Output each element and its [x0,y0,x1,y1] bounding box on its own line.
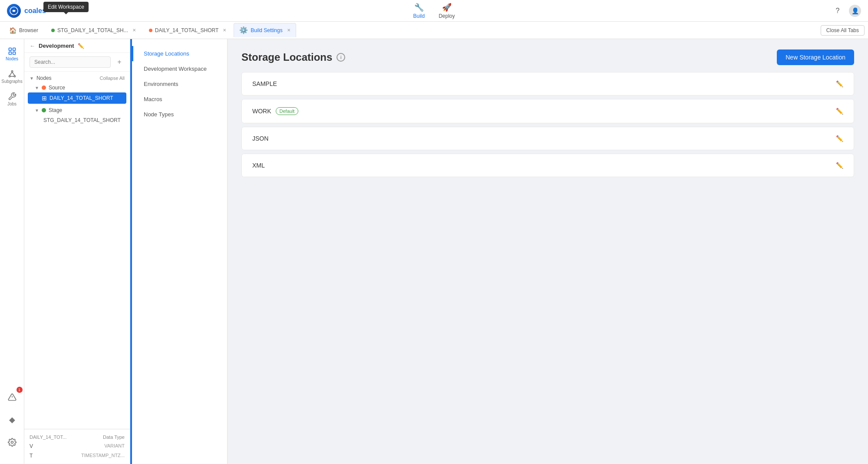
svg-point-7 [14,76,15,77]
build-panel-node-types[interactable]: Node Types [132,107,227,122]
tab-browser[interactable]: 🏠 Browser [3,24,44,37]
source-dot [42,86,46,90]
storage-item: WORK Default ✏️ [241,99,854,123]
tabs-bar: 🏠 Browser STG_DAILY_14_TOTAL_SH... ✕ DAI… [0,22,868,39]
tab-stg[interactable]: STG_DAILY_14_TOTAL_SH... ✕ [46,24,142,36]
stage-group[interactable]: ▼ Stage [24,105,130,115]
sidebar-item-subgraphs[interactable]: Subgraphs [3,67,22,86]
storage-name-text: XML [252,162,265,169]
source-group[interactable]: ▼ Source [24,83,130,92]
storage-item: JSON ✏️ [241,127,854,150]
node-panel-header: ← Development ✏️ [24,39,130,53]
tabs-list: 🏠 Browser STG_DAILY_14_TOTAL_SH... ✕ DAI… [3,23,296,37]
build-panel-storage-locations[interactable]: Storage Locations [132,46,227,61]
topbar: coales Edit Workspace 🔧 Build 🚀 Deploy ?… [0,0,868,22]
nav-deploy[interactable]: 🚀 Deploy [439,3,455,19]
nodes-caret: ▼ [30,76,34,81]
help-icon[interactable]: ? [832,5,844,17]
settings-icon: ⚙️ [239,26,248,34]
subgraphs-label: Subgraphs [1,79,22,84]
storage-item-name: XML [252,162,265,169]
build-panel-environments[interactable]: Environments [132,76,227,92]
back-arrow[interactable]: ← [30,43,35,49]
svg-point-13 [11,441,13,444]
tab-build-settings[interactable]: ⚙️ Build Settings ✕ [234,23,296,37]
sidebar-item-jobs[interactable]: Jobs [3,89,22,109]
search-input[interactable] [30,56,111,68]
svg-rect-1 [9,48,11,50]
bottom-table-header: DAILY_14_TOT... Data Type [24,433,130,441]
build-panel-macros[interactable]: Macros [132,92,227,107]
tab-stg-label: STG_DAILY_14_TOTAL_SH... [57,27,128,33]
storage-item-name: SAMPLE [252,80,277,87]
storage-name-text: SAMPLE [252,80,277,87]
nodes-group-name: Nodes [36,75,52,81]
git-button[interactable]: ◆ [3,410,22,429]
git-icon: ◆ [9,415,15,425]
add-node-button[interactable]: + [114,57,125,67]
source-caret: ▼ [35,86,39,90]
close-all-tabs-button[interactable]: Close All Tabs [821,25,865,36]
icon-sidebar-bottom: 1 ◆ [3,388,22,459]
tabs-right: Close All Tabs [821,25,865,36]
tree-item-stg-label: STG_DAILY_14_TOTAL_SHORT [43,117,121,123]
nav-build[interactable]: 🔧 Build [413,3,425,19]
new-storage-location-button[interactable]: New Storage Location [777,49,854,65]
grid-icon: ⊞ [42,95,47,102]
content-header: Storage Locations i New Storage Location [228,39,868,72]
topbar-nav: 🔧 Build 🚀 Deploy [413,3,455,19]
svg-rect-2 [13,48,15,50]
settings-button[interactable] [3,433,22,452]
nodes-label: Nodes [6,56,18,61]
tab-stg-close[interactable]: ✕ [132,28,136,33]
tab-daily[interactable]: DAILY_14_TOTAL_SHORT ✕ [143,24,232,36]
page-title: Storage Locations [241,51,332,63]
tab-daily-close[interactable]: ✕ [223,28,226,33]
build-panel-development-workspace[interactable]: Development Workspace [132,61,227,76]
logo-icon[interactable] [7,4,21,18]
storage-list: SAMPLE ✏️ WORK Default ✏️ JSON ✏️ XML ✏️ [228,72,868,177]
settings-icon [8,438,17,447]
brand-name: coales [24,7,46,15]
nav-deploy-label: Deploy [439,13,455,19]
collapse-all-button[interactable]: Collapse All [100,76,125,81]
nodes-panel-body: ▼ Nodes Collapse All ▼ Source ⊞ DAILY_14… [24,72,130,429]
edit-workspace-icon[interactable]: ✏️ [78,43,84,49]
tree-item-stg[interactable]: STG_DAILY_14_TOTAL_SHORT [24,115,130,125]
stage-caret: ▼ [35,108,39,113]
node-panel-title-area: ← Development ✏️ [30,43,84,49]
edit-storage-icon-2[interactable]: ✏️ [836,135,843,142]
tree-item-daily-label: DAILY_14_TOTAL_SHORT [50,95,113,101]
tab-daily-label: DAILY_14_TOTAL_SHORT [155,27,219,33]
topbar-right: ? 👤 [832,5,861,17]
alert-icon [8,393,17,401]
table-row-v: V VARIANT [24,441,130,451]
tab-stg-dot [51,29,55,32]
deploy-icon: 🚀 [442,3,452,12]
edit-storage-icon-1[interactable]: ✏️ [836,108,843,115]
info-icon[interactable]: i [337,53,345,62]
sidebar-item-nodes[interactable]: Nodes [3,44,22,63]
tree-item-daily[interactable]: ⊞ DAILY_14_TOTAL_SHORT [28,92,126,104]
jobs-label: Jobs [7,102,17,106]
col2-header: Data Type [77,434,125,440]
row-v-val: VARIANT [77,443,125,449]
alert-button[interactable]: 1 [3,388,22,407]
nodes-group-label[interactable]: ▼ Nodes Collapse All [24,73,130,83]
svg-rect-3 [9,52,11,54]
node-search-bar: + [24,53,130,72]
edit-storage-icon-0[interactable]: ✏️ [836,80,843,87]
icon-sidebar-top: Nodes Subgraphs Jobs [3,44,22,109]
storage-name-text: JSON [252,135,268,142]
nodes-tree-section: ▼ Nodes Collapse All ▼ Source ⊞ DAILY_14… [24,72,130,127]
build-icon: 🔧 [414,3,424,12]
jobs-icon [8,92,17,101]
user-avatar[interactable]: 👤 [849,5,861,17]
edit-storage-icon-3[interactable]: ✏️ [836,162,843,169]
svg-point-6 [9,76,10,77]
build-settings-panel: Storage Locations Development Workspace … [132,39,228,464]
nodes-icon [8,47,17,56]
tab-browser-label: Browser [19,27,38,33]
tab-build-close[interactable]: ✕ [287,28,290,33]
subgraphs-icon [8,69,17,78]
